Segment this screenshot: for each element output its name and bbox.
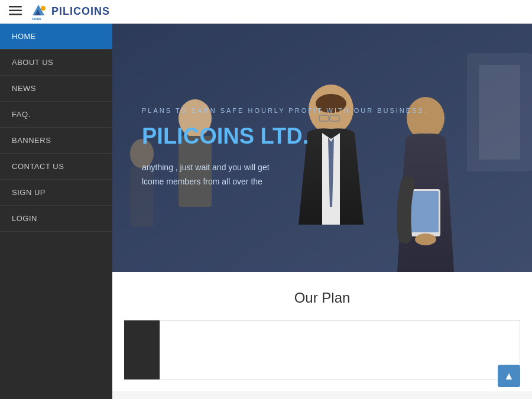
sidebar-item-about-us[interactable]: ABOUT US [0,50,112,76]
our-plan-section: Our Plan [112,272,532,391]
sidebar-item-banners[interactable]: BANNERS [0,128,112,154]
svg-point-19 [415,233,436,245]
hero-section: PLANS TO EARN SAFE HOURLY PROFIT WITH OU… [112,24,532,272]
svg-rect-0 [9,6,22,8]
sidebar-item-login[interactable]: LOGIN [0,206,112,232]
svg-rect-2 [9,14,22,15]
plan-cards-container [124,320,520,379]
svg-point-5 [41,6,46,11]
hero-title: PILICOINS LTD. [142,124,428,149]
svg-rect-21 [479,65,520,160]
plan-card-dark [124,320,160,379]
logo-icon: COINS [29,2,48,21]
sidebar-item-home[interactable]: HOME [0,24,112,50]
logo-wrapper[interactable]: COINS PILICOINS [29,2,110,21]
our-plan-title: Our Plan [124,290,520,306]
scroll-to-top-button[interactable]: ▲ [498,365,520,387]
sidebar-item-contact-us[interactable]: CONTACT US [0,154,112,180]
main-layout: HOME ABOUT US NEWS FAQ. BANNERS CONTACT … [0,24,532,399]
svg-text:COINS: COINS [32,17,42,21]
hero-content: PLANS TO EARN SAFE HOURLY PROFIT WITH OU… [112,83,458,213]
hamburger-icon[interactable] [9,5,22,18]
svg-rect-1 [9,10,22,12]
sidebar-item-news[interactable]: NEWS [0,76,112,102]
sidebar-item-sign-up[interactable]: SIGN UP [0,180,112,206]
header: COINS PILICOINS [0,0,532,24]
content-area: PLANS TO EARN SAFE HOURLY PROFIT WITH OU… [112,24,532,399]
logo-text: PILICOINS [51,5,110,18]
sidebar-item-faq[interactable]: FAQ. [0,102,112,128]
hero-subtitle: PLANS TO EARN SAFE HOURLY PROFIT WITH OU… [142,107,428,114]
sidebar: HOME ABOUT US NEWS FAQ. BANNERS CONTACT … [0,24,112,399]
hero-description: anything , just wait and you will get lc… [142,161,366,189]
plan-card-main [160,320,520,379]
